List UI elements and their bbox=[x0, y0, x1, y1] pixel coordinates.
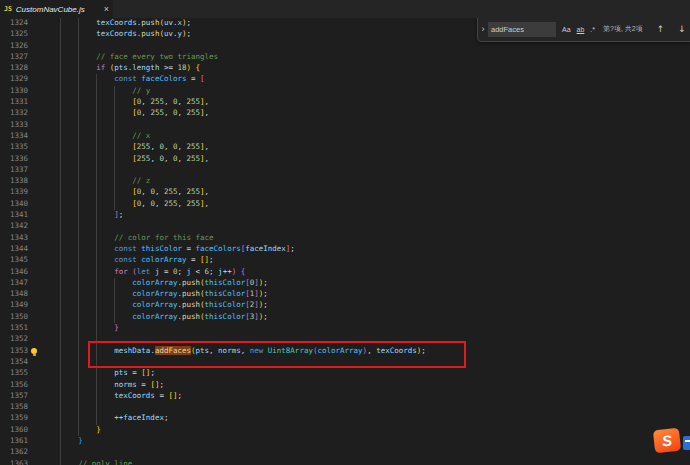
line-number[interactable]: 1335 bbox=[0, 142, 28, 153]
code-line[interactable]: 1355 pts = []; bbox=[0, 368, 690, 379]
glyph-margin bbox=[28, 244, 42, 255]
line-number[interactable]: 1361 bbox=[0, 436, 28, 447]
code-line[interactable]: 1326 bbox=[0, 41, 690, 52]
code-text: colorArray.push(thisColor[1]); bbox=[42, 289, 268, 300]
code-line[interactable]: 1358 bbox=[0, 402, 690, 413]
line-number[interactable]: 1343 bbox=[0, 233, 28, 244]
code-line[interactable]: 1340 [0, 0, 255, 255], bbox=[0, 199, 690, 210]
line-number[interactable]: 1351 bbox=[0, 323, 28, 334]
line-number[interactable]: 1359 bbox=[0, 413, 28, 424]
code-line[interactable]: 1344 const thisColor = faceColors[faceIn… bbox=[0, 244, 690, 255]
code-text: // poly line bbox=[42, 459, 132, 465]
code-text: ++faceIndex; bbox=[42, 413, 168, 424]
line-number[interactable]: 1348 bbox=[0, 289, 28, 300]
line-number[interactable]: 1324 bbox=[0, 18, 28, 29]
line-number[interactable]: 1329 bbox=[0, 74, 28, 85]
line-number[interactable]: 1342 bbox=[0, 221, 28, 232]
line-number[interactable]: 1345 bbox=[0, 255, 28, 266]
line-number[interactable]: 1356 bbox=[0, 380, 28, 391]
code-line[interactable]: 1336 [255, 0, 0, 255], bbox=[0, 154, 690, 165]
code-line[interactable]: 1352 bbox=[0, 334, 690, 345]
line-number[interactable]: 1334 bbox=[0, 131, 28, 142]
code-line[interactable]: 1334 // x bbox=[0, 131, 690, 142]
line-number[interactable]: 1357 bbox=[0, 391, 28, 402]
glyph-margin bbox=[28, 165, 42, 176]
line-number[interactable]: 1326 bbox=[0, 41, 28, 52]
code-line[interactable]: 1361 } bbox=[0, 436, 690, 447]
line-number[interactable]: 1341 bbox=[0, 210, 28, 221]
line-number[interactable]: 1360 bbox=[0, 425, 28, 436]
code-line[interactable]: 1346 for (let j = 0; j < 6; j++) { bbox=[0, 267, 690, 278]
code-line[interactable]: 1357 texCoords = []; bbox=[0, 391, 690, 402]
line-number[interactable]: 1328 bbox=[0, 63, 28, 74]
code-line[interactable]: 1348 colorArray.push(thisColor[1]); bbox=[0, 289, 690, 300]
code-line[interactable]: 1350 colorArray.push(thisColor[3]); bbox=[0, 312, 690, 323]
code-line[interactable]: 1335 [255, 0, 0, 255], bbox=[0, 142, 690, 153]
code-line[interactable]: 1338 // z bbox=[0, 176, 690, 187]
regex-button[interactable]: .* bbox=[590, 26, 595, 33]
whole-word-button[interactable]: ab bbox=[577, 26, 585, 33]
tab-customnavcube-js[interactable]: JS CustomNavCube.js × bbox=[0, 0, 113, 18]
code-line[interactable]: 1333 bbox=[0, 120, 690, 131]
code-line[interactable]: 1347 colorArray.push(thisColor[0]); bbox=[0, 278, 690, 289]
line-number[interactable]: 1325 bbox=[0, 29, 28, 40]
code-line[interactable]: 1349 colorArray.push(thisColor[2]); bbox=[0, 300, 690, 311]
quick-fix-lightbulb-icon[interactable] bbox=[31, 348, 37, 354]
code-line[interactable]: 1342 bbox=[0, 221, 690, 232]
find-input[interactable] bbox=[488, 22, 556, 37]
line-number[interactable]: 1355 bbox=[0, 368, 28, 379]
line-number[interactable]: 1336 bbox=[0, 154, 28, 165]
line-number[interactable]: 1363 bbox=[0, 459, 28, 465]
previous-match-button[interactable]: ↑ bbox=[657, 24, 665, 34]
line-number[interactable]: 1340 bbox=[0, 199, 28, 210]
line-number[interactable]: 1332 bbox=[0, 108, 28, 119]
line-number[interactable]: 1354 bbox=[0, 357, 28, 368]
glyph-margin bbox=[28, 142, 42, 153]
code-text: [0, 0, 255, 255], bbox=[42, 199, 209, 210]
code-line[interactable]: 1345 const colorArray = []; bbox=[0, 255, 690, 266]
code-line[interactable]: 1354 bbox=[0, 357, 690, 368]
line-number[interactable]: 1344 bbox=[0, 244, 28, 255]
line-number[interactable]: 1331 bbox=[0, 97, 28, 108]
glyph-margin bbox=[28, 108, 42, 119]
line-number[interactable]: 1337 bbox=[0, 165, 28, 176]
line-number[interactable]: 1327 bbox=[0, 52, 28, 63]
code-line[interactable]: 1337 bbox=[0, 165, 690, 176]
line-number[interactable]: 1353 bbox=[0, 346, 28, 357]
line-number[interactable]: 1350 bbox=[0, 312, 28, 323]
line-number[interactable]: 1347 bbox=[0, 278, 28, 289]
code-line[interactable]: 1332 [0, 255, 0, 255], bbox=[0, 108, 690, 119]
code-editor[interactable]: 1324 texCoords.push(uv.x);1325 texCoords… bbox=[0, 18, 690, 465]
code-line[interactable]: 1328 if (pts.length >= 18) { bbox=[0, 63, 690, 74]
code-text: if (pts.length >= 18) { bbox=[42, 63, 200, 74]
next-match-button[interactable]: ↓ bbox=[678, 24, 686, 34]
line-number[interactable]: 1352 bbox=[0, 334, 28, 345]
code-text: texCoords.push(uv.y); bbox=[42, 29, 191, 40]
code-line[interactable]: 1329 const faceColors = [ bbox=[0, 74, 690, 85]
code-line[interactable]: 1343 // color for this face bbox=[0, 233, 690, 244]
code-line[interactable]: 1341 ]; bbox=[0, 210, 690, 221]
code-line[interactable]: 1351 } bbox=[0, 323, 690, 334]
code-line[interactable]: 1327 // face every two triangles bbox=[0, 52, 690, 63]
line-number[interactable]: 1349 bbox=[0, 300, 28, 311]
code-line[interactable]: 1339 [0, 0, 255, 255], bbox=[0, 187, 690, 198]
line-number[interactable]: 1346 bbox=[0, 267, 28, 278]
find-toggle-chevron[interactable]: › bbox=[478, 24, 488, 34]
line-number[interactable]: 1330 bbox=[0, 86, 28, 97]
match-case-button[interactable]: Aa bbox=[562, 26, 571, 33]
code-line[interactable]: 1331 [0, 255, 0, 255], bbox=[0, 97, 690, 108]
code-lines: 1324 texCoords.push(uv.x);1325 texCoords… bbox=[0, 18, 690, 465]
code-line[interactable]: 1356 norms = []; bbox=[0, 380, 690, 391]
code-line[interactable]: 1362 bbox=[0, 447, 690, 458]
code-line[interactable]: 1330 // y bbox=[0, 86, 690, 97]
tab-close-icon[interactable]: × bbox=[104, 4, 109, 14]
line-number[interactable]: 1333 bbox=[0, 120, 28, 131]
code-line[interactable]: 1363 // poly line bbox=[0, 459, 690, 465]
line-number[interactable]: 1338 bbox=[0, 176, 28, 187]
code-line[interactable]: 1360 } bbox=[0, 425, 690, 436]
line-number[interactable]: 1358 bbox=[0, 402, 28, 413]
line-number[interactable]: 1339 bbox=[0, 187, 28, 198]
code-line[interactable]: 1353 meshData.addFaces(pts, norms, new U… bbox=[0, 346, 690, 357]
line-number[interactable]: 1362 bbox=[0, 447, 28, 458]
code-line[interactable]: 1359 ++faceIndex; bbox=[0, 413, 690, 424]
